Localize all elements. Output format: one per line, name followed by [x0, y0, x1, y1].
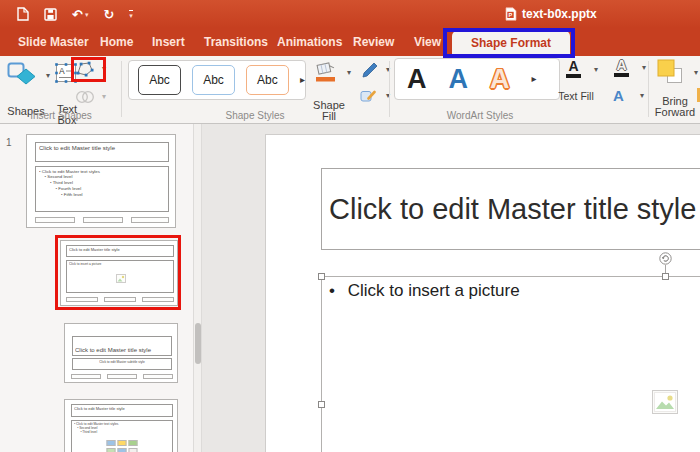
selection-handle-top-left[interactable] — [318, 273, 325, 280]
thumbnail-picture-layout[interactable]: Click to edit Master title style Click t… — [60, 240, 178, 306]
text-outline-button[interactable]: A ▾ — [612, 57, 646, 83]
selection-left-edge — [321, 276, 322, 452]
text-fill-dropdown-icon: ▾ — [594, 66, 598, 74]
wordart-style-3[interactable]: A — [490, 66, 510, 93]
undo-button[interactable]: ↶ ▾ — [72, 8, 88, 21]
customize-toolbar-icon: ▾ — [129, 10, 133, 19]
footer-placeholder — [66, 297, 98, 302]
tab-transitions[interactable]: Transitions — [204, 28, 268, 56]
footer-placeholder — [107, 374, 137, 379]
selection-top-edge — [321, 276, 700, 277]
shape-style-preset-3[interactable]: Abc — [246, 65, 289, 95]
picture-placeholder-prompt[interactable]: • Click to insert a picture — [329, 281, 520, 301]
thumb-content-line3: • Third level — [80, 430, 170, 434]
thumb-title-layout-subtitle: Click to edit Master subtitle style — [75, 360, 169, 364]
footer-placeholder — [104, 297, 136, 302]
thumbnail-scrollbar-track[interactable] — [193, 124, 202, 452]
mini-chart-icon — [118, 440, 127, 446]
thumbnail-slide-master[interactable]: Click to edit Master title style • Click… — [26, 134, 176, 228]
bring-forward-button[interactable]: ▾ Bring Forward — [652, 59, 698, 119]
ribbon-tabs: Slide Master Home Insert Transitions Ani… — [0, 28, 700, 56]
wordart-styles-group-label: WordArt Styles — [390, 110, 570, 121]
workspace: 1 Click to edit Master title style • Cli… — [0, 124, 700, 452]
picture-placeholder-text: Click to insert a picture — [348, 281, 520, 300]
shape-effects-icon — [360, 89, 376, 103]
shape-style-gallery: Abc Abc Abc ▸ — [128, 60, 306, 100]
tab-view[interactable]: View — [414, 28, 441, 56]
thumb-picture-icon — [116, 274, 126, 283]
save-icon — [44, 8, 57, 21]
thumb-content-icons — [107, 440, 138, 452]
new-presentation-button[interactable] — [16, 7, 29, 21]
undo-dropdown-icon[interactable]: ▾ — [85, 11, 89, 18]
redo-icon: ↻ — [103, 8, 114, 21]
tab-shape-format[interactable]: Shape Format — [452, 31, 570, 56]
bullet-glyph: • — [329, 281, 335, 300]
undo-icon: ↶ — [72, 8, 83, 21]
shapes-icon — [7, 62, 37, 86]
text-effects-icon: A — [613, 88, 624, 103]
tab-home[interactable]: Home — [100, 28, 133, 56]
tab-review[interactable]: Review — [353, 28, 394, 56]
shape-outline-button[interactable]: ▾ — [358, 59, 390, 83]
ribbon: ▾ Shapes A Text Box — [0, 56, 700, 124]
save-button[interactable] — [44, 8, 57, 21]
edit-shape-dropdown-icon: ▾ — [102, 65, 106, 73]
text-outline-dropdown-icon: ▾ — [642, 64, 646, 72]
text-fill-icon: A — [566, 60, 581, 78]
shape-fill-dropdown-icon: ▾ — [347, 69, 351, 77]
text-fill-button[interactable]: A ▾ — [564, 59, 598, 85]
thumbnail-title-layout[interactable]: Click to edit Master title style Click t… — [64, 323, 178, 383]
selection-handle-left-middle[interactable] — [318, 401, 325, 408]
title-placeholder-text: Click to edit Master title style — [322, 193, 696, 226]
wordart-more-icon[interactable]: ▸ — [532, 74, 537, 84]
footer-placeholder — [142, 297, 174, 302]
selection-handle-top-middle[interactable] — [662, 273, 669, 280]
thumb-picture-title: Click to edit Master title style — [69, 247, 171, 252]
filename: text-b0x.pptx — [522, 7, 597, 21]
footer-placeholder — [143, 374, 173, 379]
bring-forward-icon — [657, 59, 685, 85]
redo-button[interactable]: ↻ — [103, 8, 114, 21]
tab-slide-master[interactable]: Slide Master — [18, 28, 89, 56]
shape-style-preset-2[interactable]: Abc — [192, 65, 235, 95]
quick-access-toolbar: ↶ ▾ ↻ ▾ — [16, 0, 133, 28]
shape-styles-group-label: Shape Styles — [125, 110, 385, 121]
rotation-handle-icon[interactable] — [659, 252, 672, 265]
text-outline-icon: A — [614, 59, 629, 77]
merge-shapes-button[interactable]: ▾ — [74, 88, 106, 106]
slide-canvas: Click to edit Master title style • Click… — [265, 134, 700, 452]
thumb-master-title: Click to edit Master title style — [39, 145, 165, 153]
mini-video-icon — [118, 448, 127, 452]
shape-fill-icon — [314, 61, 338, 82]
rotation-handle-stem — [665, 265, 666, 273]
text-effects-button[interactable]: A ▾ — [610, 86, 644, 106]
slide-number: 1 — [6, 137, 12, 148]
mini-picture-icon — [107, 448, 116, 452]
thumbnail-scrollbar-thumb[interactable] — [195, 323, 201, 364]
footer-placeholder — [71, 374, 101, 379]
customize-toolbar-button[interactable]: ▾ — [129, 10, 133, 19]
document-title: P text-b0x.pptx — [505, 0, 597, 28]
tab-insert[interactable]: Insert — [152, 28, 185, 56]
footer-placeholder — [131, 217, 169, 223]
shape-style-preset-1[interactable]: Abc — [138, 65, 181, 95]
shape-effects-button[interactable]: ▾ — [358, 87, 390, 107]
mini-table-icon — [107, 440, 116, 446]
title-placeholder[interactable]: Click to edit Master title style — [321, 168, 700, 250]
bring-forward-label-line2: Forward — [648, 107, 700, 118]
edit-points-icon — [75, 61, 95, 77]
mini-smartart-icon — [129, 440, 138, 446]
svg-text:A: A — [59, 66, 65, 76]
edit-shape-button[interactable]: ▾ — [74, 59, 106, 81]
group-separator — [121, 61, 122, 117]
wordart-style-2[interactable]: A — [449, 66, 469, 93]
shape-style-more-icon[interactable]: ▸ — [300, 75, 305, 85]
text-effects-dropdown-icon: ▾ — [640, 92, 644, 100]
wordart-style-1[interactable]: A — [407, 66, 427, 93]
thumbnail-content-layout[interactable]: Click to edit Master title style • Click… — [64, 399, 178, 452]
insert-picture-icon[interactable] — [652, 390, 678, 414]
tab-animations[interactable]: Animations — [277, 28, 342, 56]
mini-grid-icon — [129, 448, 138, 452]
thumb-master-line5: • Fifth level — [61, 192, 164, 198]
